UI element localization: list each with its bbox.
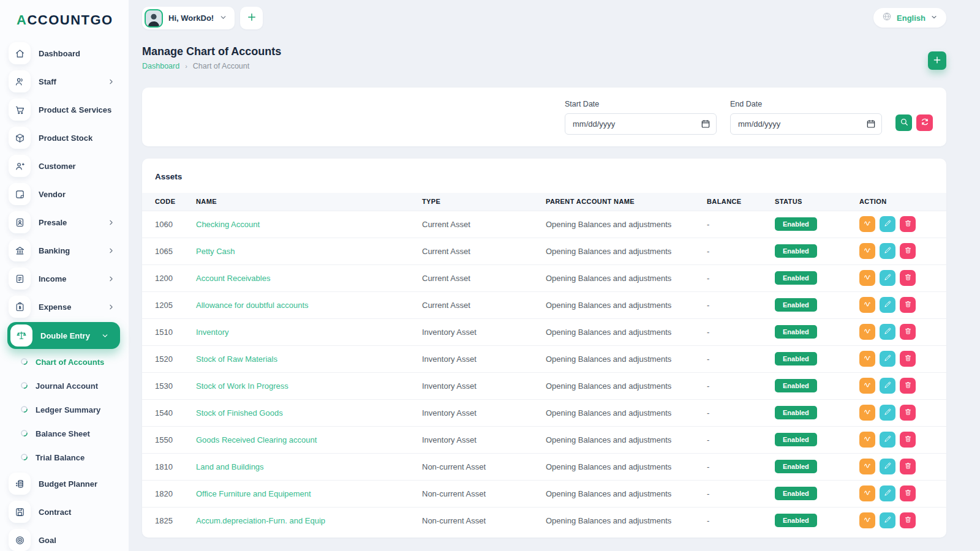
transactions-button[interactable] [859,351,875,367]
cell-status: Enabled [775,507,859,534]
account-name-link[interactable]: Account Receivables [196,274,270,283]
sidebar-subitem-balance-sheet[interactable]: Balance Sheet [0,422,129,446]
cell-balance: - [707,372,775,399]
sidebar-subitem-journal-account[interactable]: Journal Account [0,374,129,398]
sidebar-subitem-label: Balance Sheet [36,429,129,438]
account-name-link[interactable]: Stock of Work In Progress [196,381,288,391]
sidebar-item-customer[interactable]: Customer [0,152,129,180]
delete-button[interactable] [900,351,916,367]
account-name-link[interactable]: Checking Account [196,220,260,229]
pencil-icon [884,300,892,310]
sidebar-item-expense[interactable]: Expense [0,293,129,321]
delete-button[interactable] [900,485,916,501]
account-name-link[interactable]: Land and Buildings [196,462,264,471]
account-name-link[interactable]: Inventory [196,328,228,337]
sidebar-item-staff[interactable]: Staff [0,67,129,96]
sidebar-subitem-ledger-summary[interactable]: Ledger Summary [0,398,129,422]
cell-name: Goods Received Clearing account [196,426,422,453]
vendor-icon [9,183,31,205]
delete-button[interactable] [900,243,916,259]
cell-parent: Opening Balances and adjustments [546,238,707,264]
transactions-button[interactable] [859,512,875,528]
edit-button[interactable] [880,243,895,259]
delete-button[interactable] [900,405,916,421]
sidebar-item-dashboard[interactable]: Dashboard [0,39,129,67]
delete-button[interactable] [900,324,916,340]
status-badge: Enabled [775,460,817,473]
sidebar-item-vendor[interactable]: Vendor [0,180,129,208]
start-date-input[interactable] [565,113,717,135]
delete-button[interactable] [900,512,916,528]
activity-icon [863,300,872,310]
add-shortcut-button[interactable] [240,7,263,29]
transactions-button[interactable] [859,432,875,448]
delete-button[interactable] [900,459,916,474]
status-badge: Enabled [775,514,817,527]
edit-button[interactable] [880,351,895,367]
delete-button[interactable] [900,216,916,232]
sidebar-subitem-chart-of-accounts[interactable]: Chart of Accounts [0,350,129,374]
sidebar-subitem-trial-balance[interactable]: Trial Balance [0,446,129,470]
account-name-link[interactable]: Office Furniture and Equipement [196,489,311,498]
edit-button[interactable] [880,432,895,448]
sidebar-item-contract[interactable]: Contract [0,498,129,526]
cell-name: Allowance for doubtful accounts [196,291,422,318]
sidebar-item-income[interactable]: Income [0,264,129,293]
breadcrumb-dashboard-link[interactable]: Dashboard [142,62,179,70]
language-selector[interactable]: English [873,8,946,28]
transactions-button[interactable] [859,270,875,286]
sidebar-item-double-entry[interactable]: Double Entry [7,322,120,349]
chevron-down-icon [930,12,938,23]
edit-button[interactable] [880,216,895,232]
edit-button[interactable] [880,512,895,528]
transactions-button[interactable] [859,324,875,340]
edit-button[interactable] [880,297,895,313]
transactions-button[interactable] [859,378,875,394]
account-name-link[interactable]: Accum.depreciation-Furn. and Equip [196,516,325,525]
edit-button[interactable] [880,459,895,474]
transactions-button[interactable] [859,405,875,421]
plus-icon [246,12,257,24]
add-account-button[interactable] [928,51,946,70]
end-date-input[interactable] [730,113,882,135]
app-logo[interactable]: ACCOUNTGO [0,10,129,28]
sidebar-item-presale[interactable]: Presale [0,208,129,236]
delete-button[interactable] [900,432,916,448]
edit-button[interactable] [880,485,895,501]
transactions-button[interactable] [859,297,875,313]
delete-button[interactable] [900,378,916,394]
sidebar-item-banking[interactable]: Banking [0,236,129,264]
chevron-down-icon [101,332,109,340]
transactions-button[interactable] [859,485,875,501]
account-name-link[interactable]: Stock of Finished Goods [196,408,283,418]
account-name-link[interactable]: Stock of Raw Materials [196,354,277,364]
delete-button[interactable] [900,297,916,313]
edit-button[interactable] [880,324,895,340]
cell-type: Current Asset [422,291,546,318]
status-badge: Enabled [775,433,817,446]
transactions-button[interactable] [859,243,875,259]
cell-parent: Opening Balances and adjustments [546,264,707,291]
assets-section-title: Assets [142,159,946,193]
edit-button[interactable] [880,405,895,421]
account-name-link[interactable]: Allowance for doubtful accounts [196,301,309,310]
delete-button[interactable] [900,270,916,286]
search-button[interactable] [895,114,912,131]
sidebar-item-label: Product & Services [39,105,120,114]
cell-action [859,264,946,291]
transactions-button[interactable] [859,216,875,232]
cell-balance: - [707,345,775,372]
sidebar-item-product-services[interactable]: Product & Services [0,96,129,124]
sidebar-item-budget-planner[interactable]: Budget Planner [0,470,129,498]
edit-button[interactable] [880,378,895,394]
sidebar-item-product-stock[interactable]: Product Stock [0,124,129,152]
edit-button[interactable] [880,270,895,286]
cell-parent: Opening Balances and adjustments [546,291,707,318]
breadcrumb-current: Chart of Account [193,62,249,70]
sidebar-item-goal[interactable]: Goal [0,526,129,551]
account-name-link[interactable]: Petty Cash [196,247,235,256]
transactions-button[interactable] [859,459,875,474]
account-name-link[interactable]: Goods Received Clearing account [196,435,317,444]
user-menu[interactable]: Hi, WorkDo! [142,7,235,29]
reset-button[interactable] [916,114,933,131]
